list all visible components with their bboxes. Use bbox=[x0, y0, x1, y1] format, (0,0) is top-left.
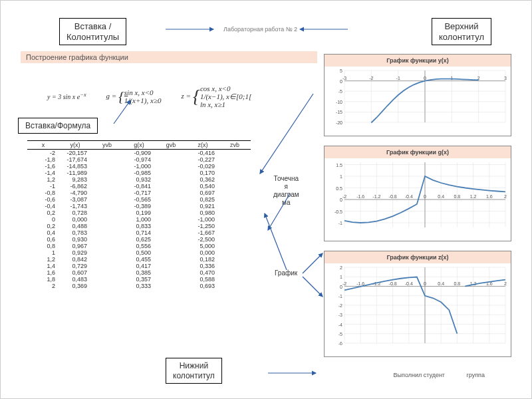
table-row: -1,6-14,853-1,000-0,029 bbox=[27, 163, 251, 170]
svg-text:1.2: 1.2 bbox=[470, 194, 477, 199]
svg-text:-5: -5 bbox=[338, 332, 342, 336]
svg-text:2: 2 bbox=[504, 281, 507, 286]
svg-text:-3: -3 bbox=[342, 76, 346, 80]
table-row: 1,40,7290,4170,336 bbox=[27, 263, 251, 269]
chart-g-title: График функции g(x) bbox=[325, 146, 511, 158]
table-row: 0,20,7280,1990,980 bbox=[27, 209, 251, 216]
formula-z: z = {cos x, x<01/(x−1), x∈[0;1[ln x, x≥1 bbox=[181, 84, 251, 108]
svg-text:3: 3 bbox=[504, 76, 507, 80]
table-row: -1,4-11,989-0,9850,170 bbox=[27, 170, 251, 176]
svg-text:-1: -1 bbox=[396, 76, 400, 80]
svg-text:-1: -1 bbox=[338, 294, 342, 299]
svg-text:-15: -15 bbox=[336, 110, 342, 114]
svg-text:-2: -2 bbox=[342, 194, 346, 199]
table-row: 1,29,2830,9320,362 bbox=[27, 176, 251, 183]
svg-text:-2: -2 bbox=[338, 303, 342, 308]
col-y(x): y(x) bbox=[59, 141, 91, 150]
footer-group: группа bbox=[467, 372, 485, 378]
svg-text:-3: -3 bbox=[338, 313, 342, 317]
callout-insert-headers: Вставка /Колонтитулы bbox=[59, 18, 126, 45]
svg-text:-6: -6 bbox=[338, 341, 342, 346]
section-title: Построение графика функции bbox=[21, 51, 317, 63]
table-row: 0,40,7830,714-1,667 bbox=[27, 229, 251, 236]
svg-text:2: 2 bbox=[340, 265, 342, 270]
svg-text:1.5: 1.5 bbox=[336, 163, 342, 168]
svg-text:1: 1 bbox=[340, 275, 342, 279]
svg-text:-1.6: -1.6 bbox=[356, 281, 364, 286]
svg-line-112 bbox=[303, 253, 323, 273]
svg-line-109 bbox=[260, 94, 313, 174]
col-gvb: gvb bbox=[155, 141, 187, 150]
table-row: -1,8-17,674-0,974-0,227 bbox=[27, 156, 251, 163]
table-row: 1,60,6070,3850,470 bbox=[27, 269, 251, 276]
table-row: -0,4-1,743-0,3890,921 bbox=[27, 203, 251, 209]
chart-y: График функции y(x) -20-15-10-505-3-2-10… bbox=[324, 54, 511, 136]
table-row: -0,6-3,087-0,5650,825 bbox=[27, 196, 251, 203]
svg-text:-1: -1 bbox=[338, 221, 342, 225]
arrow-9 bbox=[268, 370, 321, 376]
lab-header: Лабораторная работа № 2 bbox=[223, 26, 297, 33]
svg-text:-0.5: -0.5 bbox=[334, 209, 342, 214]
svg-text:0.5: 0.5 bbox=[336, 186, 342, 191]
chart-z: График функции z(x) -6-5-4-3-2-1012-2-1.… bbox=[324, 251, 511, 357]
svg-text:-20: -20 bbox=[336, 120, 342, 125]
svg-text:2: 2 bbox=[504, 194, 507, 199]
table-row: 1,20,8420,4550,182 bbox=[27, 256, 251, 263]
chart-y-title: График функции y(x) bbox=[325, 55, 511, 66]
arrow-4 bbox=[257, 94, 317, 180]
svg-text:-0.4: -0.4 bbox=[405, 194, 413, 199]
svg-text:-0.8: -0.8 bbox=[389, 281, 397, 286]
arrow-2 bbox=[300, 26, 353, 33]
svg-text:-2: -2 bbox=[342, 281, 346, 286]
document-page: Вставка /Колонтитулы Верхнийколонтитул В… bbox=[0, 0, 532, 399]
table-row: 0,60,9300,625-2,500 bbox=[27, 236, 251, 243]
table-row: -1-6,862-0,8410,540 bbox=[27, 183, 251, 190]
svg-text:-5: -5 bbox=[338, 89, 342, 94]
arrow-3 bbox=[114, 100, 134, 127]
col-x: x bbox=[27, 141, 59, 150]
table-row: -0,8-4,790-0,7170,697 bbox=[27, 190, 251, 196]
svg-text:0.8: 0.8 bbox=[454, 194, 461, 199]
svg-line-113 bbox=[303, 277, 323, 297]
callout-insert-formula: Вставка/Формула bbox=[18, 118, 98, 134]
col-g(x): g(x) bbox=[123, 141, 155, 150]
col-z(x): z(x) bbox=[187, 141, 219, 150]
arrow-7 bbox=[303, 253, 329, 280]
svg-text:-10: -10 bbox=[336, 100, 342, 104]
formula-y: y = 3 sin x e−x bbox=[47, 92, 86, 100]
footer-student: Выполнил студент bbox=[394, 372, 445, 378]
col-zvb: zvb bbox=[219, 141, 251, 150]
chart-z-title: График функции z(x) bbox=[325, 251, 511, 263]
svg-line-108 bbox=[114, 100, 130, 124]
col-yvb: yvb bbox=[91, 141, 123, 150]
formula-row: y = 3 sin x e−x g = {sin x, x<01/(x+1), … bbox=[47, 84, 251, 108]
svg-text:0.8: 0.8 bbox=[454, 281, 461, 286]
data-table: xy(x)yvbg(x)gvbz(x)zvb -2-20,157-0,909-0… bbox=[27, 140, 251, 289]
svg-line-111 bbox=[265, 213, 287, 270]
callout-top-header: Верхнийколонтитул bbox=[432, 18, 491, 45]
table-row: 20,3690,3330,693 bbox=[27, 283, 251, 289]
table-row: 10,9290,5000,000 bbox=[27, 249, 251, 256]
table-row: 00,0001,000-1,000 bbox=[27, 216, 251, 223]
table-row: 0,80,9670,5565,000 bbox=[27, 243, 251, 249]
svg-text:5: 5 bbox=[340, 68, 342, 73]
svg-text:-0.8: -0.8 bbox=[389, 194, 397, 199]
chart-g: График функции g(x) -1-0.500.511.5-2-1.6… bbox=[324, 146, 511, 241]
svg-text:1: 1 bbox=[340, 174, 342, 179]
arrow-6 bbox=[263, 213, 290, 273]
svg-text:-4: -4 bbox=[338, 323, 342, 327]
table-row: 0,20,4880,833-1,250 bbox=[27, 223, 251, 229]
svg-text:0.4: 0.4 bbox=[438, 194, 444, 199]
svg-text:-1.6: -1.6 bbox=[356, 194, 364, 199]
svg-text:1.6: 1.6 bbox=[486, 194, 493, 199]
svg-text:-2: -2 bbox=[369, 76, 373, 80]
svg-text:-1.2: -1.2 bbox=[372, 194, 380, 199]
table-row: 1,80,4830,3570,588 bbox=[27, 276, 251, 283]
callout-bottom-header: Нижнийколонтитул bbox=[166, 358, 222, 384]
svg-text:0.4: 0.4 bbox=[438, 281, 444, 286]
arrow-1 bbox=[166, 26, 219, 33]
svg-text:-0.4: -0.4 bbox=[405, 281, 413, 286]
table-row: -2-20,157-0,909-0,416 bbox=[27, 150, 251, 157]
arrow-8 bbox=[303, 277, 329, 303]
